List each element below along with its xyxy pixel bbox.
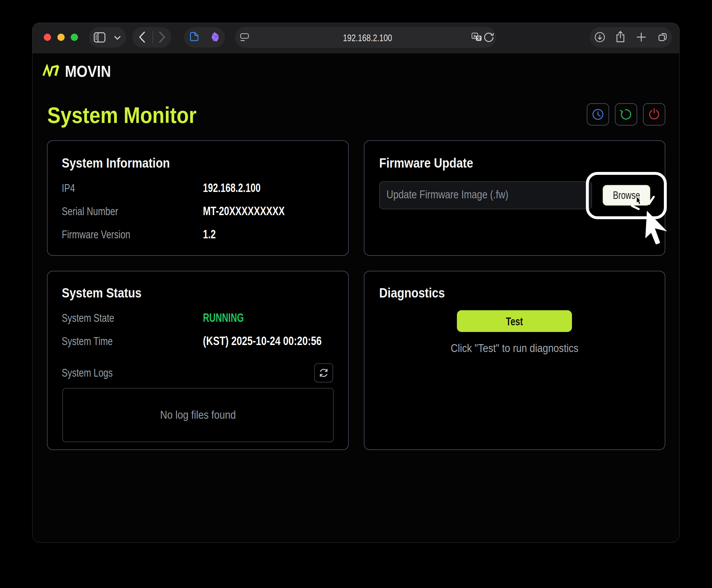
svg-text:A: A [474,34,477,39]
